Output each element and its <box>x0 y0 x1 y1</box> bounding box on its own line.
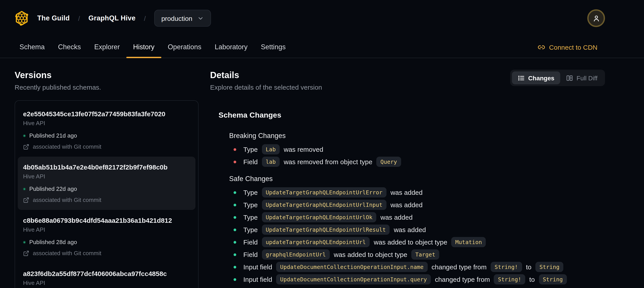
target-nav-tabs: SchemaChecksExplorerHistoryOperationsLab… <box>0 36 644 58</box>
change-text: Type <box>243 145 258 154</box>
versions-panel: Versions Recently published schemas. e2e… <box>15 70 198 288</box>
tab-operations[interactable]: Operations <box>161 36 208 58</box>
change-text: Type <box>243 188 258 197</box>
details-titles: Details Explore details of the selected … <box>210 70 322 92</box>
tab-explorer[interactable]: Explorer <box>88 36 126 58</box>
code-chip: String <box>536 262 563 272</box>
version-published-label: Published 28d ago <box>29 238 77 246</box>
change-bullet-icon <box>234 148 236 151</box>
change-text: was added <box>390 188 422 197</box>
code-chip: UpdateTargetGraphQLEndpointUrlOk <box>262 212 376 222</box>
change-text: changed type from <box>435 275 490 284</box>
change-bullet-icon <box>234 253 236 256</box>
hive-app: The Guild / GraphQL Hive / production <box>0 0 644 288</box>
tab-laboratory[interactable]: Laboratory <box>208 36 254 58</box>
version-service: Hive API <box>23 119 190 127</box>
change-text: was added to object type <box>374 238 448 246</box>
schema-changes-section: Schema Changes Breaking ChangesTypeLabwa… <box>210 111 605 284</box>
version-git-link[interactable]: associated with Git commit <box>23 143 190 150</box>
change-rows: TypeLabwas removedFieldlabwas removed fr… <box>229 144 605 167</box>
change-bullet-icon <box>234 191 236 194</box>
version-service: Hive API <box>23 226 190 233</box>
change-group-safe: Safe ChangesTypeUpdateTargetGraphQLEndpo… <box>229 174 605 284</box>
columns-icon <box>566 74 573 81</box>
version-item[interactable]: a823f6db2a55df877dcf406006abca97fcc4858c… <box>18 263 196 288</box>
code-chip: String <box>539 274 567 284</box>
change-text: Field <box>243 238 258 246</box>
change-rows: TypeUpdateTargetGraphQLEndpointUrlErrorw… <box>229 187 605 284</box>
details-header: Details Explore details of the selected … <box>210 70 605 92</box>
change-text: Input field <box>243 262 272 271</box>
external-link-icon <box>23 144 29 150</box>
change-row: Input fieldUpdateDocumentCollectionOpera… <box>229 274 605 284</box>
tab-checks[interactable]: Checks <box>52 36 88 58</box>
external-link-icon <box>23 197 29 203</box>
toggle-changes-label: Changes <box>528 74 554 81</box>
app-header: The Guild / GraphQL Hive / production <box>0 0 644 58</box>
change-text: to <box>526 262 532 271</box>
change-row: FieldgraphqlEndpointUrlwas added to obje… <box>229 249 605 259</box>
user-icon <box>592 14 600 23</box>
change-bullet-icon <box>234 228 236 231</box>
change-bullet-icon <box>234 160 236 163</box>
toggle-changes[interactable]: Changes <box>512 72 560 84</box>
tab-history[interactable]: History <box>126 36 161 58</box>
change-row: TypeUpdateTargetGraphQLEndpointUrlResult… <box>229 224 605 235</box>
code-chip: updateTargetGraphQLEndpointUrl <box>262 237 370 247</box>
version-git-link[interactable]: associated with Git commit <box>23 196 190 204</box>
change-group-title: Safe Changes <box>229 174 605 183</box>
hive-logo-icon[interactable] <box>15 11 29 26</box>
version-status: Published 28d ago <box>23 238 190 246</box>
change-text: was removed <box>284 145 323 154</box>
connect-to-cdn-button[interactable]: Connect to CDN <box>538 36 598 58</box>
link-icon <box>538 43 545 51</box>
details-title: Details <box>210 70 322 80</box>
toggle-full-diff[interactable]: Full Diff <box>560 72 603 84</box>
change-text: was added <box>394 225 426 234</box>
change-text: Type <box>243 225 258 234</box>
breadcrumb-org[interactable]: The Guild <box>37 14 70 22</box>
change-group-breaking: Breaking ChangesTypeLabwas removedFieldl… <box>229 131 605 167</box>
code-chip: Mutation <box>452 237 486 247</box>
change-row: FieldupdateTargetGraphQLEndpointUrlwas a… <box>229 237 605 247</box>
change-bullet-icon <box>234 216 236 218</box>
version-list: e2e55045345ce13fe07f52a77459b83fa3fe7020… <box>15 100 198 288</box>
version-status: Published 22d ago <box>23 185 190 193</box>
user-menu-button[interactable] <box>587 9 605 27</box>
toggle-full-diff-label: Full Diff <box>577 74 598 81</box>
change-bullet-icon <box>234 278 236 281</box>
change-text: Field <box>243 250 258 259</box>
change-text: was added <box>390 200 422 209</box>
code-chip: Lab <box>262 144 280 154</box>
version-item[interactable]: 4b05ab51b1b4a7e2e4b0ef82172f2b9f7ef98c0b… <box>18 157 196 210</box>
version-git-label: associated with Git commit <box>33 249 101 257</box>
target-selector[interactable]: production <box>154 10 211 27</box>
change-groups: Breaking ChangesTypeLabwas removedFieldl… <box>218 131 605 284</box>
change-bullet-icon <box>234 241 236 243</box>
history-page: Versions Recently published schemas. e2e… <box>0 58 644 288</box>
change-bullet-icon <box>234 203 236 206</box>
external-link-icon <box>23 250 29 256</box>
code-chip: UpdateTargetGraphQLEndpointUrlError <box>262 187 386 197</box>
change-row: Fieldlabwas removed from object typeQuer… <box>229 157 605 167</box>
versions-subtitle: Recently published schemas. <box>15 83 198 92</box>
schema-changes-title: Schema Changes <box>218 111 605 120</box>
version-hash: 4b05ab51b1b4a7e2e4b0ef82172f2b9f7ef98c0b <box>23 163 190 171</box>
code-chip: UpdateDocumentCollectionOperationInput.n… <box>276 262 428 272</box>
details-subtitle: Explore details of the selected version <box>210 83 322 92</box>
breadcrumb-project[interactable]: GraphQL Hive <box>88 14 136 22</box>
version-item[interactable]: c8b6e88a06793b9c4dfd54aaa21b36a1b421d812… <box>18 210 196 263</box>
connect-to-cdn-label: Connect to CDN <box>549 43 598 51</box>
version-item[interactable]: e2e55045345ce13fe07f52a77459b83fa3fe7020… <box>18 103 196 157</box>
version-service: Hive API <box>23 279 190 287</box>
breadcrumb-separator: / <box>78 15 80 22</box>
version-published-label: Published 21d ago <box>29 132 77 139</box>
breadcrumb-separator: / <box>144 15 146 22</box>
code-chip: String! <box>491 262 522 272</box>
tab-schema[interactable]: Schema <box>13 36 52 58</box>
version-service: Hive API <box>23 173 190 180</box>
chevron-down-icon <box>197 15 204 22</box>
version-git-link[interactable]: associated with Git commit <box>23 249 190 257</box>
published-dot-icon <box>23 134 26 137</box>
tab-settings[interactable]: Settings <box>254 36 292 58</box>
